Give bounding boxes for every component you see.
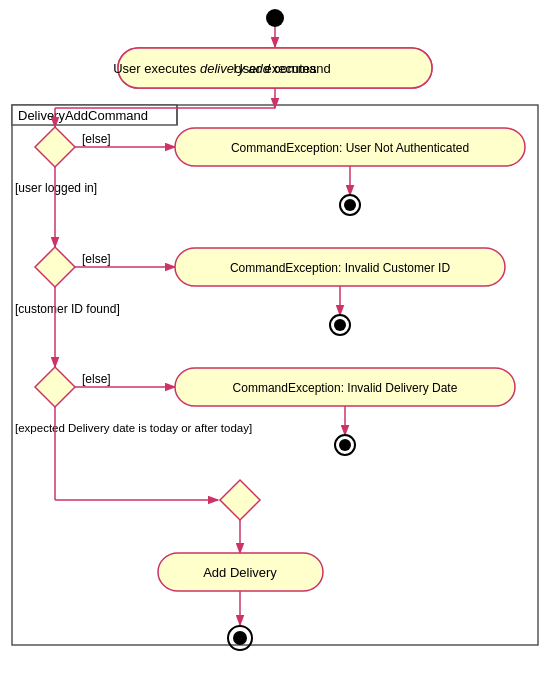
- action-user-executes-text2: User executes delivery add command: [113, 61, 331, 76]
- end-circle-1-inner: [344, 199, 356, 211]
- exception-label-3: CommandException: Invalid Delivery Date: [233, 381, 458, 395]
- decision-diamond-4: [220, 480, 260, 520]
- exception-label-1: CommandException: User Not Authenticated: [231, 141, 469, 155]
- exception-label-2: CommandException: Invalid Customer ID: [230, 261, 450, 275]
- label-customer-id-found: [customer ID found]: [15, 302, 120, 316]
- label-else-3: [else]: [82, 372, 111, 386]
- decision-diamond-3: [35, 367, 75, 407]
- end-circle-3-inner: [339, 439, 351, 451]
- label-user-logged-in: [user logged in]: [15, 181, 97, 195]
- diagram-container: DeliveryAddCommand User executes User ex…: [0, 0, 550, 688]
- action-add-delivery-label: Add Delivery: [203, 565, 277, 580]
- end-circle-2-inner: [334, 319, 346, 331]
- frame-label: DeliveryAddCommand: [18, 108, 148, 123]
- start-circle: [266, 9, 284, 27]
- end-circle-final-inner: [233, 631, 247, 645]
- decision-diamond-2: [35, 247, 75, 287]
- label-else-2: [else]: [82, 252, 111, 266]
- label-expected-delivery: [expected Delivery date is today or afte…: [15, 422, 252, 434]
- decision-diamond-1: [35, 127, 75, 167]
- label-else-1: [else]: [82, 132, 111, 146]
